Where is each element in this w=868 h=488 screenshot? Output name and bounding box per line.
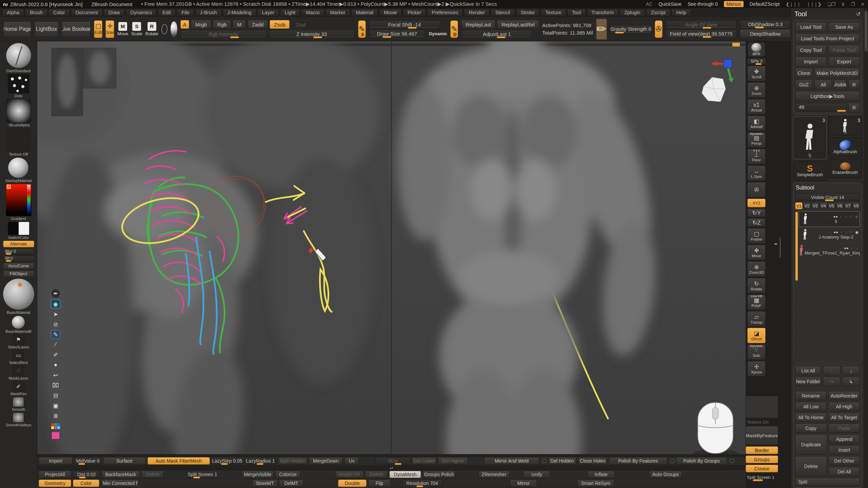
new-folder-button[interactable]: New Folder xyxy=(795,377,821,386)
current-tool-thumbnail[interactable]: 3 5 xyxy=(793,117,827,159)
camera-lock-icon[interactable]: ✇ xyxy=(747,182,766,198)
lightbox-tools-button[interactable]: Lightbox▶Tools xyxy=(795,91,860,101)
menu-color[interactable]: Color xyxy=(48,9,70,16)
del-other-button[interactable]: Del Other xyxy=(829,456,860,465)
subtool-pair-icon[interactable]: ●● xyxy=(844,246,848,250)
eraser-brush-thumbnail[interactable]: EraserBrush xyxy=(828,159,862,178)
visible-button[interactable]: Visible xyxy=(834,80,847,89)
zsub-button[interactable]: Zsub xyxy=(270,20,290,29)
all-to-target-button[interactable]: All To Target xyxy=(828,413,860,422)
subtool-moon-icon[interactable]: ◐ xyxy=(840,215,843,219)
minimize-button[interactable]: ⊻ xyxy=(842,2,845,7)
maskpen-item[interactable]: ✐MaskPen xyxy=(11,381,27,396)
basicmaterial-item[interactable]: BasicMaterial xyxy=(3,278,35,314)
menu-layer[interactable]: Layer xyxy=(257,9,279,16)
move-down-icon[interactable]: ↓ xyxy=(842,366,860,375)
subtool-pair-icon[interactable]: ●● xyxy=(833,215,838,219)
unify-button[interactable]: Unify xyxy=(523,471,550,478)
split-button[interactable]: Split xyxy=(795,478,860,486)
subtool-pair-icon[interactable]: ●● xyxy=(834,230,838,235)
subtool-scrollbar[interactable] xyxy=(795,212,798,281)
dynamic-label[interactable]: Dynamic xyxy=(429,31,447,36)
subtool-empty-slot[interactable] xyxy=(798,348,860,361)
menu-zscript[interactable]: Zscript xyxy=(646,9,671,16)
home-page-button[interactable]: Home Page xyxy=(3,21,31,37)
polish-by-groups-button[interactable]: Polish By Groups xyxy=(676,457,727,465)
subtool-empty-slot[interactable] xyxy=(798,274,860,289)
insert-button[interactable]: Insert xyxy=(829,445,860,454)
resolution-704-slider[interactable]: Resolution 704 xyxy=(402,480,442,487)
subtool-half-icon[interactable]: ◑ xyxy=(845,230,848,235)
replay-last-button[interactable]: ReplayLast xyxy=(461,20,495,29)
tray-resize-handle[interactable]: ▴▾ xyxy=(390,466,393,470)
menu-texture[interactable]: Texture xyxy=(540,9,566,16)
storemt-button[interactable]: StoreMT xyxy=(252,480,277,487)
subtool-eye-icon[interactable]: ◉ xyxy=(855,215,858,219)
selectlasso-item[interactable]: ⚑SelectLasso xyxy=(8,334,29,349)
masklasso-item[interactable]: ◌MaskLasso xyxy=(8,366,28,380)
smooth-item[interactable]: Smooth xyxy=(12,397,25,411)
move-button[interactable]: M Move xyxy=(117,22,128,36)
zcut-button[interactable]: Zcut xyxy=(291,20,310,29)
import-button[interactable]: Import xyxy=(39,457,73,465)
zremesher-button[interactable]: ZRemesher xyxy=(478,471,510,478)
mergedown-button[interactable]: MergeDown xyxy=(309,457,343,465)
save-as-button[interactable]: Save As xyxy=(828,22,860,32)
subtool-half-icon[interactable]: ◑ xyxy=(845,215,847,219)
undo-icon[interactable]: ↩ xyxy=(51,371,60,380)
subtool-tab-v5[interactable]: V5 xyxy=(828,202,835,209)
dot-icon[interactable]: ● xyxy=(51,361,60,369)
quill-icon[interactable]: ✒ xyxy=(51,289,60,298)
cursor-icon[interactable]: ➤ xyxy=(51,310,60,319)
menu-j-modeling[interactable]: J-Modeling xyxy=(223,9,256,16)
see-through-slider[interactable]: See-through 0 xyxy=(688,1,718,7)
replay-last-rel-button[interactable]: ReplayLastRel xyxy=(497,20,539,29)
del-hidden-button[interactable]: Del Hidden xyxy=(548,457,576,465)
persp-button[interactable]: Dynamic▤Persp xyxy=(747,132,766,148)
delete-button[interactable]: Delete xyxy=(141,471,164,478)
close-holes-button[interactable]: Close Holes xyxy=(578,457,607,465)
draw-mode-button[interactable]: ✛ Draw xyxy=(105,20,114,38)
edit-mode-button[interactable]: ▢ Edit xyxy=(94,20,103,38)
all-to-home-button[interactable]: All To Home xyxy=(795,413,827,422)
mirror-and-weld-modifier-dot[interactable] xyxy=(542,459,546,463)
aahalf-button[interactable]: ◧AAHalf xyxy=(747,116,766,131)
menu-file[interactable]: File xyxy=(177,9,194,16)
rgb-intensity-slider[interactable]: Rgb Intensity xyxy=(180,30,267,38)
subtool-empty-slot[interactable] xyxy=(798,304,860,319)
scale-button[interactable]: S Scale xyxy=(131,22,142,36)
floor-button[interactable]: x y z⊥Floor xyxy=(747,149,766,164)
auto-mask-fibermesh-button[interactable]: Auto Mask FiberMesh xyxy=(147,457,210,465)
menu-help[interactable]: Help xyxy=(671,9,691,16)
goz-button[interactable]: GoZ xyxy=(795,80,813,89)
zoom3d-button[interactable]: ⊕Zoom3D xyxy=(747,261,766,277)
move-button[interactable]: ✥Move xyxy=(747,245,766,260)
gravity-strength-slider[interactable]: Gravity Strength 0 xyxy=(610,25,652,33)
rf-0-slider[interactable]: Rf 0 xyxy=(3,256,34,262)
l-sym-button[interactable]: ↔L.Sym xyxy=(747,165,766,181)
auto-reorder-button[interactable]: AutoReorder xyxy=(828,391,860,400)
menu-draw[interactable]: Draw xyxy=(104,9,125,16)
draw-size-slider[interactable]: Draw Size 56.467 xyxy=(369,29,425,38)
subtool-empty-slot[interactable] xyxy=(798,333,860,348)
inflate-button[interactable]: Inflate xyxy=(588,471,615,478)
copy-button[interactable]: Copy xyxy=(795,424,827,433)
colorize-button[interactable]: Colorize xyxy=(275,471,300,478)
export-button[interactable]: Export xyxy=(828,57,860,66)
subtool-eye-icon[interactable]: ◉ xyxy=(855,230,859,235)
polish-by-groups-modifier-dot[interactable] xyxy=(730,459,734,463)
fillobject-button[interactable]: FillObject xyxy=(3,270,34,277)
close-button[interactable]: ✕ xyxy=(861,2,865,7)
subtool-flip-icon[interactable]: ⌵ xyxy=(839,246,842,250)
make-polymesh3d-button[interactable]: Make PolyMesh3D xyxy=(814,68,860,78)
menu-light[interactable]: Light xyxy=(280,9,300,16)
dynamesh-button[interactable]: DynaMesh xyxy=(389,471,421,478)
texture-preview[interactable] xyxy=(746,396,778,418)
solo-button[interactable]: Dynamic∵Solo xyxy=(747,344,766,360)
midvalue-0-slider[interactable]: MidValue 0 xyxy=(74,457,101,465)
alternate-button[interactable]: Alternate xyxy=(3,241,34,247)
ruler-icon[interactable]: ∕ xyxy=(51,340,60,349)
tool-count-slider[interactable]: 48 xyxy=(795,103,847,111)
dots-item[interactable]: Dots xyxy=(8,74,29,98)
all-low-button[interactable]: All Low xyxy=(795,402,827,411)
